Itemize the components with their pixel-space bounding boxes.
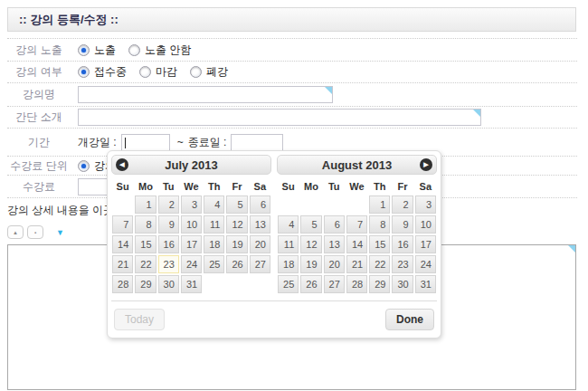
calendar-day-cell[interactable]: 17 bbox=[181, 235, 202, 253]
calendar-day-header: We bbox=[346, 181, 367, 192]
calendar-day-cell[interactable]: 22 bbox=[369, 255, 390, 273]
calendar-day-cell[interactable]: 7 bbox=[346, 215, 367, 234]
intro-input[interactable] bbox=[78, 109, 481, 126]
calendar-day-cell[interactable]: 17 bbox=[415, 235, 436, 253]
calendar-day-cell[interactable]: 18 bbox=[278, 255, 299, 273]
calendar-day-header: Tu bbox=[158, 181, 179, 192]
calendar-day-cell[interactable]: 18 bbox=[204, 235, 224, 253]
calendar-day-cell[interactable]: 29 bbox=[369, 275, 390, 293]
calendar-day-cell[interactable]: 3 bbox=[181, 196, 202, 214]
field-label-course-name: 강의명 bbox=[7, 87, 71, 102]
calendar-day-cell[interactable]: 15 bbox=[135, 235, 156, 253]
calendar-day-cell[interactable]: 14 bbox=[112, 235, 133, 253]
radio-icon bbox=[78, 66, 90, 78]
radio-label: 노출 안함 bbox=[145, 43, 191, 58]
calendar-day-cell[interactable]: 24 bbox=[415, 255, 436, 273]
calendar-day-cell[interactable]: 21 bbox=[112, 255, 133, 273]
calendar-day-cell[interactable]: 1 bbox=[369, 196, 390, 214]
radio-status-cancelled[interactable]: 폐강 bbox=[190, 64, 228, 80]
calendar-day-cell[interactable]: 22 bbox=[135, 255, 156, 273]
calendar-day-cell[interactable]: 8 bbox=[135, 215, 156, 234]
calendar-day-cell[interactable]: 16 bbox=[392, 235, 413, 253]
radio-label: 폐강 bbox=[206, 64, 228, 80]
calendar-day-cell[interactable]: 30 bbox=[392, 275, 413, 293]
end-date-input[interactable] bbox=[231, 134, 283, 151]
calendar-day-cell[interactable]: 12 bbox=[226, 215, 247, 234]
calendar-day-cell[interactable]: 7 bbox=[112, 215, 133, 234]
today-button[interactable]: Today bbox=[114, 309, 165, 330]
calendar-empty-cell bbox=[278, 196, 299, 214]
calendar-day-cell[interactable]: 11 bbox=[278, 235, 299, 253]
radio-exposure-show[interactable]: 노출 bbox=[78, 43, 116, 58]
calendar-day-cell[interactable]: 25 bbox=[204, 255, 224, 273]
course-name-input[interactable] bbox=[78, 86, 333, 103]
calendar-day-cell[interactable]: 31 bbox=[181, 275, 202, 293]
calendar-day-cell[interactable]: 10 bbox=[181, 215, 202, 234]
calendar-day-cell[interactable]: 2 bbox=[158, 196, 179, 214]
radio-status-accepting[interactable]: 접수중 bbox=[78, 64, 127, 80]
prev-month-icon[interactable]: ◀ bbox=[116, 158, 128, 171]
editor-toolbar: ▲ ▪ ▼ bbox=[7, 225, 64, 239]
collapse-up-button[interactable]: ▲ bbox=[7, 225, 24, 239]
box-button[interactable]: ▪ bbox=[27, 225, 43, 239]
calendar-month-title: July 2013 bbox=[165, 158, 218, 172]
calendar-day-cell[interactable]: 6 bbox=[324, 215, 345, 234]
calendar-day-cell[interactable]: 27 bbox=[250, 255, 270, 273]
calendar-day-cell[interactable]: 4 bbox=[204, 196, 224, 214]
calendar-day-cell[interactable]: 4 bbox=[278, 215, 299, 234]
done-button[interactable]: Done bbox=[385, 309, 434, 330]
period-separator: ~ bbox=[177, 136, 184, 148]
calendar-day-cell[interactable]: 30 bbox=[158, 275, 179, 293]
calendar-header: ◀ July 2013 bbox=[111, 155, 271, 175]
calendar-day-cell[interactable]: 11 bbox=[204, 215, 224, 234]
calendar-day-cell[interactable]: 6 bbox=[250, 196, 270, 214]
calendar-day-cell[interactable]: 13 bbox=[250, 215, 270, 234]
calendar-day-cell[interactable]: 21 bbox=[346, 255, 367, 273]
calendar-day-cell[interactable]: 23 bbox=[158, 255, 179, 273]
calendar-day-cell[interactable]: 20 bbox=[250, 235, 270, 253]
radio-label: 접수중 bbox=[94, 64, 127, 80]
calendar-month-title: August 2013 bbox=[322, 158, 392, 172]
radio-exposure-hide[interactable]: 노출 안함 bbox=[128, 43, 191, 58]
calendar-day-cell[interactable]: 5 bbox=[300, 215, 321, 234]
calendar-day-cell[interactable]: 3 bbox=[415, 196, 436, 214]
calendar-day-header: We bbox=[181, 181, 202, 192]
calendar-day-cell[interactable]: 23 bbox=[392, 255, 413, 273]
calendar-day-cell[interactable]: 28 bbox=[346, 275, 367, 293]
calendar-day-cell[interactable]: 8 bbox=[369, 215, 390, 234]
field-label-fee: 수강료 bbox=[7, 179, 71, 195]
calendar-day-header: Fr bbox=[226, 181, 247, 192]
calendar-day-cell[interactable]: 12 bbox=[300, 235, 321, 253]
calendar-day-cell[interactable]: 13 bbox=[324, 235, 345, 253]
calendar-day-header: Fr bbox=[392, 181, 413, 192]
calendar-day-cell[interactable]: 14 bbox=[346, 235, 367, 253]
calendar-day-cell[interactable]: 27 bbox=[324, 275, 345, 293]
calendar-day-header: Su bbox=[278, 181, 299, 192]
next-month-icon[interactable]: ▶ bbox=[420, 158, 432, 171]
calendar-day-cell[interactable]: 24 bbox=[181, 255, 202, 273]
calendar-day-cell[interactable]: 20 bbox=[324, 255, 345, 273]
calendar-day-cell[interactable]: 1 bbox=[135, 196, 156, 214]
calendar-day-cell[interactable]: 15 bbox=[369, 235, 390, 253]
calendar-day-cell[interactable]: 26 bbox=[300, 275, 321, 293]
calendar-day-cell[interactable]: 9 bbox=[158, 215, 179, 234]
calendar-day-cell[interactable]: 25 bbox=[278, 275, 299, 293]
calendar-empty-cell bbox=[300, 196, 321, 214]
page-title-bar: :: 강의 등록/수정 :: bbox=[7, 7, 576, 32]
calendar-day-cell[interactable]: 26 bbox=[226, 255, 247, 273]
calendar-day-cell[interactable]: 9 bbox=[392, 215, 413, 234]
calendar-day-cell[interactable]: 28 bbox=[112, 275, 133, 293]
calendar-day-headers: SuMoTuWeThFrSa bbox=[111, 181, 271, 192]
radio-icon bbox=[128, 44, 140, 56]
start-date-input[interactable] bbox=[121, 134, 170, 151]
calendar-day-cell[interactable]: 5 bbox=[226, 196, 247, 214]
dropdown-arrow-icon[interactable]: ▼ bbox=[56, 228, 64, 237]
calendar-day-cell[interactable]: 29 bbox=[135, 275, 156, 293]
calendar-day-cell[interactable]: 10 bbox=[415, 215, 436, 234]
calendar-day-cell[interactable]: 19 bbox=[300, 255, 321, 273]
radio-status-closed[interactable]: 마감 bbox=[139, 64, 177, 80]
calendar-day-cell[interactable]: 31 bbox=[415, 275, 436, 293]
calendar-day-cell[interactable]: 2 bbox=[392, 196, 413, 214]
calendar-day-cell[interactable]: 19 bbox=[226, 235, 247, 253]
calendar-day-cell[interactable]: 16 bbox=[158, 235, 179, 253]
